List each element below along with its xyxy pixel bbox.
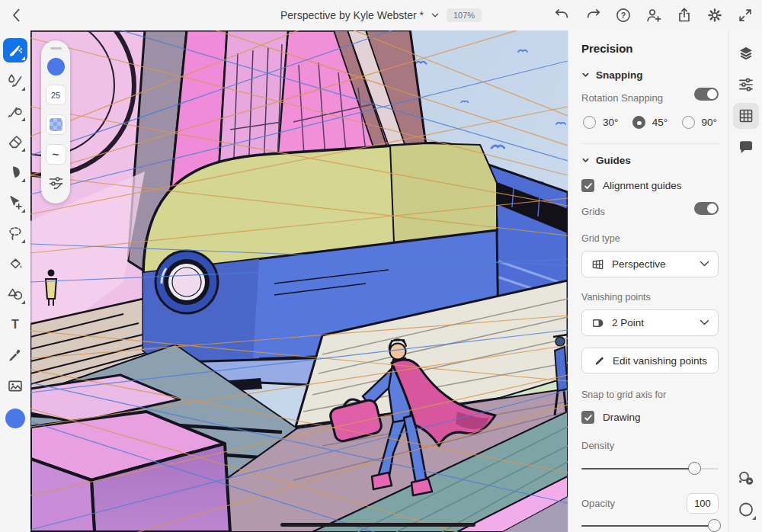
edit-vanishing-label: Edit vanishing points xyxy=(613,355,707,367)
density-slider-thumb[interactable] xyxy=(688,462,701,475)
rotation-snapping-label: Rotation Snapping xyxy=(581,92,663,104)
canvas-artwork[interactable] xyxy=(30,30,568,532)
grid-icon xyxy=(737,107,755,125)
radio-icon xyxy=(583,116,596,129)
fullscreen-button[interactable] xyxy=(733,3,757,27)
alignment-guides-checkbox-row[interactable]: Alignment guides xyxy=(581,179,719,192)
snapping-section-header[interactable]: Snapping xyxy=(581,69,719,81)
slider-fill xyxy=(581,525,715,527)
tool-pixel-brush[interactable] xyxy=(3,38,27,62)
zoom-level-badge[interactable]: 107% xyxy=(447,8,482,22)
opacity-checker-icon xyxy=(50,118,62,131)
tool-eraser[interactable] xyxy=(3,130,27,154)
tool-text[interactable]: T xyxy=(3,312,27,337)
precision-panel: Precision Snapping Rotation Snapping 30°… xyxy=(568,30,728,532)
brush-opacity-swatch[interactable] xyxy=(46,114,66,135)
adjust-sliders-icon xyxy=(737,75,755,94)
help-button[interactable]: ? xyxy=(611,3,636,27)
tool-shapes[interactable] xyxy=(3,282,27,306)
vanishing-points-value: 2 Point xyxy=(612,317,693,328)
section-divider xyxy=(581,143,719,144)
document-title: Perspective by Kyle Webster * xyxy=(280,9,424,21)
opacity-value-input[interactable] xyxy=(687,493,719,514)
comment-bubble-icon xyxy=(737,138,755,156)
brush-smoothing[interactable]: ~ xyxy=(46,144,66,165)
checkbox-checked-icon xyxy=(581,179,594,192)
rail-brush-settings-button[interactable] xyxy=(733,72,759,98)
angle-option-30[interactable]: 30° xyxy=(583,116,618,129)
edit-vanishing-points-button[interactable]: Edit vanishing points xyxy=(581,348,719,373)
angle-30-label: 30° xyxy=(603,117,618,128)
help-icon: ? xyxy=(614,6,632,24)
paint-bucket-icon xyxy=(6,255,24,273)
tool-live-brush[interactable] xyxy=(3,69,27,93)
tool-mixer-brush[interactable] xyxy=(3,99,27,123)
tool-sidebar: T xyxy=(0,30,30,532)
rail-color-button[interactable] xyxy=(733,497,759,523)
angle-45-label: 45° xyxy=(652,117,668,128)
drawing-checkbox-row[interactable]: Drawing xyxy=(581,411,719,424)
density-slider[interactable] xyxy=(581,462,719,475)
lasso-icon xyxy=(6,224,24,242)
smoothing-curve-icon: ~ xyxy=(53,149,59,160)
move-transform-icon xyxy=(6,194,24,212)
tool-eyedropper[interactable] xyxy=(3,343,27,367)
chevron-down-icon xyxy=(581,71,590,79)
rotation-snapping-toggle[interactable] xyxy=(694,88,719,101)
undo-icon xyxy=(553,6,572,24)
guides-header-label: Guides xyxy=(596,155,631,166)
undo-button[interactable] xyxy=(550,3,575,27)
chevron-down-icon xyxy=(700,319,709,326)
top-bar: Perspective by Kyle Webster * 107% ? xyxy=(0,0,762,30)
alignment-guides-label: Alignment guides xyxy=(603,180,682,191)
grids-toggle[interactable] xyxy=(694,202,719,215)
toggle-knob xyxy=(707,204,717,213)
tool-fill[interactable] xyxy=(3,252,27,276)
two-point-icon xyxy=(591,316,605,330)
opacity-slider[interactable] xyxy=(581,519,719,532)
chevron-down-icon xyxy=(700,261,709,268)
panel-title: Precision xyxy=(581,42,719,55)
smudge-icon xyxy=(6,163,24,181)
grid-type-dropdown[interactable]: Perspective xyxy=(581,251,719,277)
angle-option-90[interactable]: 90° xyxy=(682,116,717,129)
brush-size-text: 25 xyxy=(51,91,60,100)
canvas-area: 25 ~ xyxy=(30,30,568,532)
brush-settings-button[interactable] xyxy=(48,175,64,191)
chevron-left-icon xyxy=(8,6,26,24)
guides-section-header[interactable]: Guides xyxy=(581,155,719,166)
redo-button[interactable] xyxy=(581,3,605,27)
tool-lasso[interactable] xyxy=(3,221,27,245)
shapes-icon xyxy=(6,285,24,303)
brush-size-value[interactable]: 25 xyxy=(46,85,66,105)
settings-button[interactable] xyxy=(703,3,727,27)
right-rail xyxy=(728,30,762,532)
rail-layers-button[interactable] xyxy=(733,40,759,66)
grid-type-label: Grid type xyxy=(581,233,719,244)
pixel-brush-icon xyxy=(6,41,24,59)
invite-button[interactable] xyxy=(642,3,666,27)
home-indicator[interactable] xyxy=(280,523,475,527)
angle-option-45[interactable]: 45° xyxy=(632,116,668,129)
tool-smudge[interactable] xyxy=(3,160,27,184)
vanishing-points-label: Vanishing points xyxy=(581,292,719,303)
chevron-down-icon[interactable] xyxy=(430,10,440,21)
opacity-label: Opacity xyxy=(581,498,615,509)
rail-comments-button[interactable] xyxy=(733,134,759,160)
eraser-icon xyxy=(6,133,24,151)
fresco-app: Perspective by Kyle Webster * 107% ? xyxy=(0,0,762,532)
fullscreen-icon xyxy=(736,6,754,24)
tool-move[interactable] xyxy=(3,191,27,215)
rail-precision-button[interactable] xyxy=(733,103,759,129)
current-color-swatch[interactable] xyxy=(5,409,25,428)
tool-place-image[interactable] xyxy=(3,373,27,398)
drawing-label: Drawing xyxy=(603,412,641,423)
brush-size-thumb[interactable] xyxy=(47,58,65,75)
chevron-down-icon xyxy=(581,156,590,165)
share-button[interactable] xyxy=(672,3,696,27)
rail-motion-button[interactable] xyxy=(733,466,759,492)
back-button[interactable] xyxy=(5,3,29,27)
vanishing-points-dropdown[interactable]: 2 Point xyxy=(581,309,719,336)
panel-drag-handle[interactable] xyxy=(50,47,62,50)
opacity-slider-thumb[interactable] xyxy=(708,519,721,532)
